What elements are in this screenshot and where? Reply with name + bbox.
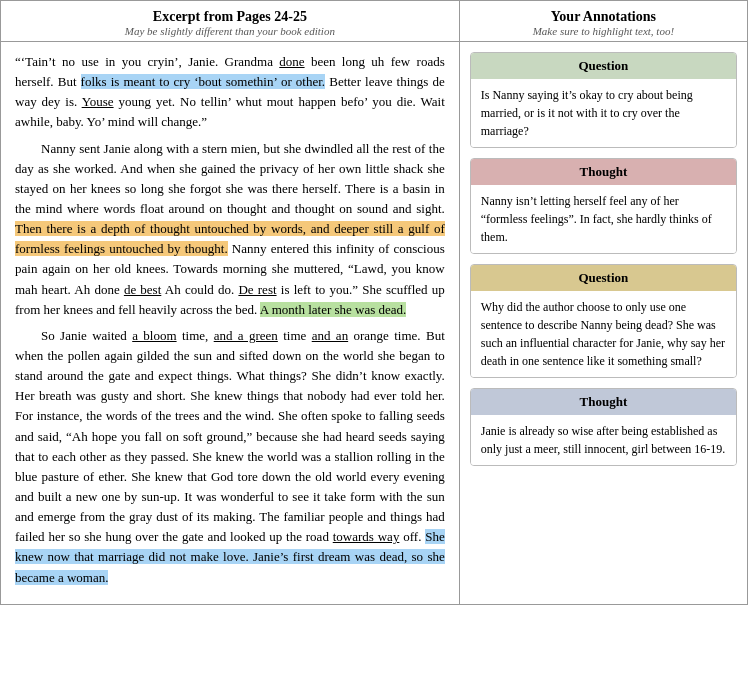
- left-panel: Excerpt from Pages 24-25 May be slightly…: [1, 1, 460, 604]
- annotation-card-header-2: Question: [471, 265, 736, 291]
- annotation-card-3: Thought Janie is already so wise after b…: [470, 388, 737, 466]
- right-header-title: Your Annotations: [470, 9, 737, 25]
- annotation-card-header-3: Thought: [471, 389, 736, 415]
- left-content: “‘Tain’t no use in you cryin’, Janie. Gr…: [1, 42, 459, 604]
- annotation-card-0: Question Is Nanny saying it’s okay to cr…: [470, 52, 737, 148]
- annotation-card-body-2: Why did the author choose to only use on…: [471, 291, 736, 377]
- annotation-card-body-3: Janie is already so wise after being est…: [471, 415, 736, 465]
- annotation-card-body-1: Nanny isn’t letting herself feel any of …: [471, 185, 736, 253]
- left-header: Excerpt from Pages 24-25 May be slightly…: [1, 1, 459, 42]
- right-panel: Your Annotations Make sure to highlight …: [460, 1, 747, 604]
- paragraph-1: “‘Tain’t no use in you cryin’, Janie. Gr…: [15, 52, 445, 133]
- annotation-card-body-0: Is Nanny saying it’s okay to cry about b…: [471, 79, 736, 147]
- annotation-card-1: Thought Nanny isn’t letting herself feel…: [470, 158, 737, 254]
- annotation-card-header-0: Question: [471, 53, 736, 79]
- paragraph-3: So Janie waited a bloom time, and a gree…: [15, 326, 445, 588]
- right-header: Your Annotations Make sure to highlight …: [460, 1, 747, 42]
- paragraph-2: Nanny sent Janie along with a stern mien…: [15, 139, 445, 320]
- left-header-subtitle: May be slightly different than your book…: [11, 25, 449, 37]
- left-header-title: Excerpt from Pages 24-25: [11, 9, 449, 25]
- right-header-subtitle: Make sure to highlight text, too!: [470, 25, 737, 37]
- annotation-card-header-1: Thought: [471, 159, 736, 185]
- main-container: Excerpt from Pages 24-25 May be slightly…: [0, 0, 748, 605]
- annotation-card-2: Question Why did the author choose to on…: [470, 264, 737, 378]
- annotations-list: Question Is Nanny saying it’s okay to cr…: [460, 42, 747, 476]
